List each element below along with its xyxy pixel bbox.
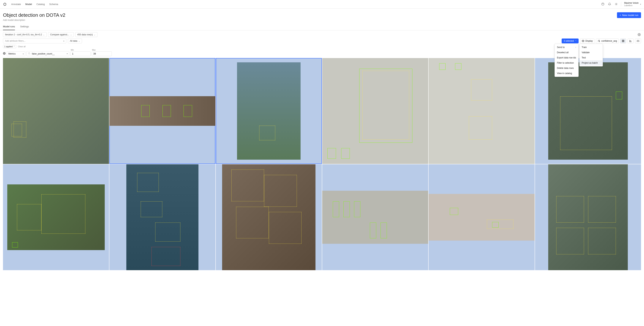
nav-model[interactable]: Model xyxy=(25,3,32,5)
nav-catalog[interactable]: Catalog xyxy=(36,3,45,5)
svg-point-8 xyxy=(28,53,30,54)
menu-view-catalog[interactable]: View in catalog xyxy=(555,71,578,76)
attribute-filter-input[interactable]: Add attribute filters...▾ xyxy=(3,38,66,43)
menu-deselect-all[interactable]: Deselect all xyxy=(555,50,578,55)
new-model-run-button[interactable]: + New model run xyxy=(617,12,641,18)
user-org: Labelbox xyxy=(624,4,638,7)
submenu-project-batch[interactable]: Project as batch xyxy=(580,60,603,65)
chevron-up-icon: ⌃ xyxy=(14,46,15,47)
chevron-down-icon: ⌄ xyxy=(43,34,44,36)
thumbnail[interactable] xyxy=(216,58,322,164)
remove-filter-button[interactable]: ✕ xyxy=(3,52,6,55)
svg-rect-7 xyxy=(623,41,624,42)
thumbnail[interactable] xyxy=(535,58,641,164)
data-scope-select[interactable]: All data⌄ xyxy=(68,38,82,43)
attribute-select[interactable]: false_positive_count__ ▾ xyxy=(26,51,69,56)
compare-select[interactable]: Compare against...⌄ xyxy=(48,32,74,37)
chevron-down-icon: ⌄ xyxy=(78,40,80,42)
image-gallery xyxy=(0,58,644,271)
thumbnail[interactable] xyxy=(110,58,216,164)
chevron-down-icon: ▾ xyxy=(63,40,64,42)
min-input[interactable] xyxy=(70,51,90,56)
chevron-right-icon: › xyxy=(576,46,576,49)
tab-model-runs[interactable]: Model runs xyxy=(3,25,15,30)
grid-view-button[interactable] xyxy=(620,38,626,43)
nav-schema[interactable]: Schema xyxy=(49,3,58,5)
thumbnail[interactable] xyxy=(3,58,109,164)
selection-dropdown: Send to› Deselect all Export data row id… xyxy=(554,44,578,77)
svg-point-2 xyxy=(639,34,640,35)
main-nav: Annotate Model Catalog Schema xyxy=(11,3,58,5)
selection-menu-button[interactable]: 3 selected⌃ xyxy=(562,38,578,43)
display-button[interactable]: Display xyxy=(580,38,594,43)
thumbnail[interactable] xyxy=(3,164,109,270)
max-input[interactable] xyxy=(92,51,112,56)
thumbnail[interactable] xyxy=(216,164,322,270)
menu-export-ids[interactable]: Export data row ids xyxy=(555,55,578,60)
sliders-icon xyxy=(637,40,639,42)
rows-select[interactable]: 455 data row(s)⌄ xyxy=(75,32,98,37)
chevron-down-icon: ▾ xyxy=(23,53,24,55)
sort-icon xyxy=(598,40,600,42)
page-description[interactable]: Add model description xyxy=(3,19,66,21)
nav-annotate[interactable]: Annotate xyxy=(11,3,21,5)
menu-filter-selection[interactable]: Filter to selection xyxy=(555,60,578,65)
svg-rect-6 xyxy=(622,41,623,42)
thumbnail[interactable] xyxy=(322,164,428,270)
plus-icon: + xyxy=(620,14,621,16)
menu-send-to[interactable]: Send to› xyxy=(555,45,578,50)
svg-point-3 xyxy=(583,41,584,41)
svg-rect-4 xyxy=(622,40,623,41)
metrics-select[interactable]: Metrics▾ xyxy=(7,51,25,56)
svg-rect-5 xyxy=(623,40,624,41)
page-title: Object detection on DOTA v2 xyxy=(3,12,66,18)
chart-view-button[interactable] xyxy=(628,38,634,43)
send-to-submenu: Train Validate Test Project as batch xyxy=(579,44,603,66)
logo[interactable] xyxy=(3,2,7,6)
clear-all-button[interactable]: Clear all xyxy=(18,45,26,48)
help-icon[interactable] xyxy=(601,2,605,6)
eye-icon xyxy=(582,40,584,42)
max-input-group: Max xyxy=(92,49,112,56)
user-name: Maxime Voisin xyxy=(624,2,638,4)
menu-delete-rows[interactable]: Delete data rows xyxy=(555,65,578,71)
thumbnail[interactable] xyxy=(428,58,534,164)
thumbnail[interactable] xyxy=(322,58,428,164)
grid-icon xyxy=(622,40,624,42)
chart-icon xyxy=(629,40,632,42)
svg-point-1 xyxy=(616,4,616,5)
chevron-down-icon: ▾ xyxy=(640,3,641,5)
submenu-train[interactable]: Train xyxy=(580,45,603,50)
user-menu[interactable]: Maxime Voisin Labelbox ▾ xyxy=(624,2,641,7)
divider xyxy=(621,2,621,6)
min-input-group: Min xyxy=(70,49,90,56)
bell-icon[interactable] xyxy=(608,2,612,6)
submenu-test[interactable]: Test xyxy=(580,55,603,60)
chevron-up-icon: ⌃ xyxy=(575,40,576,42)
search-icon xyxy=(28,52,30,55)
chevron-down-icon: ⌄ xyxy=(94,34,96,36)
thumbnail[interactable] xyxy=(535,164,641,270)
theme-icon[interactable] xyxy=(614,2,618,6)
submenu-validate[interactable]: Validate xyxy=(580,50,603,55)
sort-button[interactable]: confidence_avg xyxy=(596,38,619,43)
tab-settings[interactable]: Settings xyxy=(20,25,29,30)
tune-view-button[interactable] xyxy=(635,38,641,43)
thumbnail[interactable] xyxy=(110,164,216,270)
chevron-down-icon: ▾ xyxy=(67,53,68,55)
applied-filters-badge[interactable]: 1 applied⌃ xyxy=(3,45,16,48)
gear-icon[interactable] xyxy=(637,33,641,36)
thumbnail[interactable] xyxy=(428,164,534,270)
iteration-select[interactable]: Iteration 2 - conf_thr=0.5, iou_thr=0.2⌄ xyxy=(3,32,46,37)
chevron-down-icon: ⌄ xyxy=(70,34,72,36)
